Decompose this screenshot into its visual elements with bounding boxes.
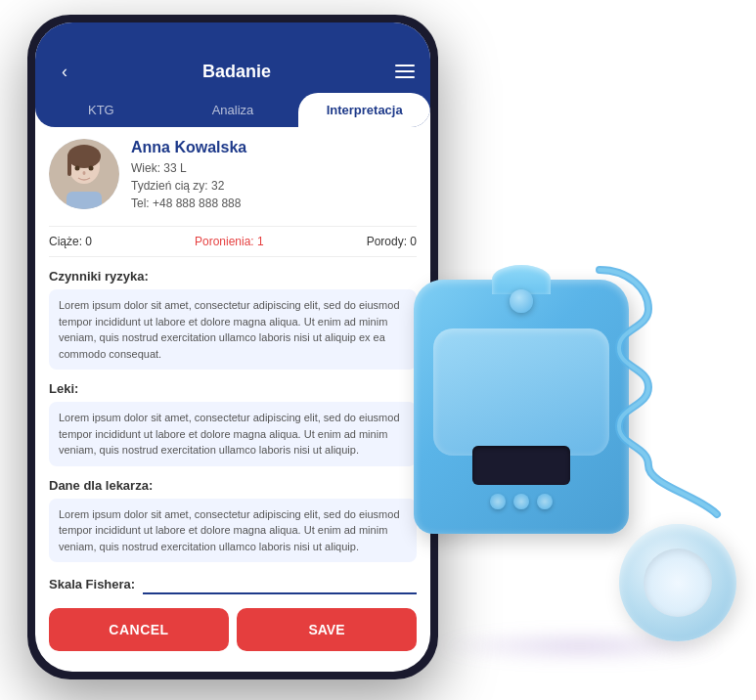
dane-text[interactable]: Lorem ipsum dolor sit amet, consectetur …	[49, 499, 417, 563]
czynniki-text[interactable]: Lorem ipsum dolor sit amet, consectetur …	[49, 289, 417, 370]
svg-point-5	[75, 166, 80, 171]
cable	[570, 250, 746, 544]
device-btn-3	[537, 494, 553, 509]
patient-card: Anna Kowalska Wiek: 33 L Tydzień cią zy:…	[49, 139, 417, 212]
sensor-pad	[619, 524, 736, 641]
dane-label: Dane dla lekarza:	[49, 478, 417, 493]
cancel-button[interactable]: CANCEL	[49, 608, 229, 651]
medical-device	[394, 250, 746, 661]
patient-age: Wiek: 33 L	[131, 159, 417, 177]
patient-week: Tydzień cią zy: 32	[131, 177, 417, 195]
device-btn-1	[490, 494, 506, 509]
svg-point-2	[67, 145, 101, 168]
status-bar	[35, 22, 430, 50]
czynniki-label: Czynniki ryzyka:	[49, 269, 417, 284]
tab-interpretacja[interactable]: Interpretacja	[298, 93, 430, 127]
menu-icon	[395, 76, 415, 78]
sensor-pad-inner	[644, 548, 712, 617]
avatar	[49, 139, 119, 209]
app-header: ‹ Badanie	[35, 50, 430, 93]
main-content: Anna Kowalska Wiek: 33 L Tydzień cią zy:…	[35, 127, 430, 659]
phone: ‹ Badanie KTG Analiza Interpretacja	[27, 15, 438, 679]
skala-input[interactable]	[143, 574, 417, 594]
menu-icon	[395, 70, 415, 72]
device-screen	[472, 446, 570, 485]
device-buttons	[490, 494, 553, 509]
tab-bar: KTG Analiza Interpretacja	[35, 93, 430, 127]
svg-point-6	[89, 166, 94, 171]
header-title: Badanie	[202, 62, 271, 82]
stats-row: Ciąże: 0 Poronienia: 1 Porody: 0	[49, 226, 417, 257]
svg-rect-3	[67, 156, 71, 176]
patient-name: Anna Kowalska	[131, 139, 417, 156]
scene: ‹ Badanie KTG Analiza Interpretacja	[0, 0, 756, 700]
action-buttons: CANCEL SAVE	[49, 608, 417, 659]
leki-label: Leki:	[49, 381, 417, 396]
save-button[interactable]: SAVE	[237, 608, 417, 651]
menu-button[interactable]	[395, 65, 415, 78]
leki-text[interactable]: Lorem ipsum dolor sit amet, consectetur …	[49, 402, 417, 466]
device-btn-2	[513, 494, 529, 509]
phone-screen: ‹ Badanie KTG Analiza Interpretacja	[35, 22, 430, 672]
tab-ktg[interactable]: KTG	[35, 93, 167, 127]
stat-ciaze: Ciąże: 0	[49, 235, 92, 248]
back-button[interactable]: ‹	[51, 58, 78, 85]
svg-point-7	[83, 171, 86, 175]
skala-row: Skala Fishera:	[49, 574, 417, 594]
stat-poronienia: Poronienia: 1	[195, 235, 264, 248]
stat-porody: Porody: 0	[367, 235, 417, 248]
menu-icon	[395, 65, 415, 66]
skala-label: Skala Fishera:	[49, 577, 135, 591]
tab-analiza[interactable]: Analiza	[167, 93, 299, 127]
svg-rect-4	[67, 192, 102, 209]
device-knob	[510, 289, 533, 313]
patient-info: Anna Kowalska Wiek: 33 L Tydzień cią zy:…	[131, 139, 417, 212]
patient-tel: Tel: +48 888 888 888	[131, 195, 417, 212]
